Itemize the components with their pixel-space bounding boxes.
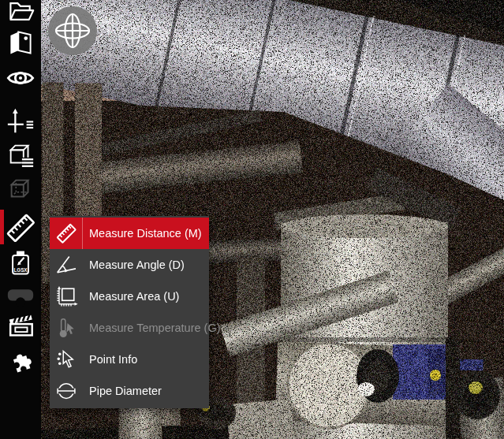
puzzle-icon	[6, 347, 35, 375]
sidebar-item-clipping-list[interactable]	[5, 140, 36, 171]
sidebar-item-elevations[interactable]	[5, 106, 36, 137]
menu-item-label: Measure Area (U)	[83, 290, 179, 303]
sidebar-item-vr-mode	[5, 279, 36, 311]
angle-icon	[50, 249, 83, 281]
area-icon	[50, 281, 83, 312]
sidebar-item-views[interactable]	[5, 27, 36, 58]
vr-goggles-icon	[6, 280, 35, 310]
folder-open-icon	[6, 0, 35, 26]
pipe-diameter-icon	[50, 375, 83, 407]
sidebar-item-animation[interactable]	[5, 311, 36, 342]
menu-item-point-info[interactable]: Point Info	[50, 344, 209, 375]
cube-icon	[6, 174, 35, 204]
menu-item-label: Measure Angle (D)	[83, 259, 185, 271]
menu-item-measure-distance[interactable]: Measure Distance (M)	[50, 218, 209, 249]
eye-icon	[6, 63, 35, 93]
clapperboard-icon	[6, 311, 35, 341]
sidebar-item-visibility[interactable]	[5, 62, 36, 94]
menu-item-label: Point Info	[83, 353, 137, 366]
orbit-gizmo-icon[interactable]	[45, 3, 100, 58]
menu-item-label: Measure Distance (M)	[83, 227, 202, 240]
menu-item-measure-angle[interactable]: Measure Angle (D)	[50, 249, 209, 281]
sidebar-item-export-lgsx[interactable]: LGSX	[5, 247, 36, 278]
thermometer-icon	[50, 312, 83, 344]
point-info-icon	[50, 344, 83, 375]
lgsx-bottle-icon: LGSX	[6, 248, 35, 277]
sidebar-item-clipping-box	[5, 173, 36, 205]
sidebar-item-measure[interactable]	[2, 210, 39, 246]
ruler-icon	[2, 210, 39, 246]
menu-item-measure-temperature: Measure Temperature (G)	[50, 312, 209, 344]
menu-item-label: Pipe Diameter	[83, 385, 162, 397]
measure-flyout-menu: Measure Distance (M) Measure Angle (D)	[50, 216, 209, 408]
lgsx-label: LGSX	[13, 267, 28, 273]
menu-item-measure-area[interactable]: Measure Area (U)	[50, 281, 209, 312]
menu-item-pipe-diameter[interactable]: Pipe Diameter	[50, 375, 209, 407]
sidebar-item-open-project[interactable]	[5, 0, 36, 28]
menu-item-label: Measure Temperature (G)	[83, 322, 221, 334]
toolbar-sidebar: LGSX	[0, 0, 41, 439]
sidebar-item-plugins[interactable]	[5, 345, 36, 377]
cube-list-icon	[6, 140, 35, 170]
ruler-icon	[50, 218, 83, 249]
map-book-icon	[6, 28, 35, 57]
axis-list-icon	[6, 106, 35, 136]
